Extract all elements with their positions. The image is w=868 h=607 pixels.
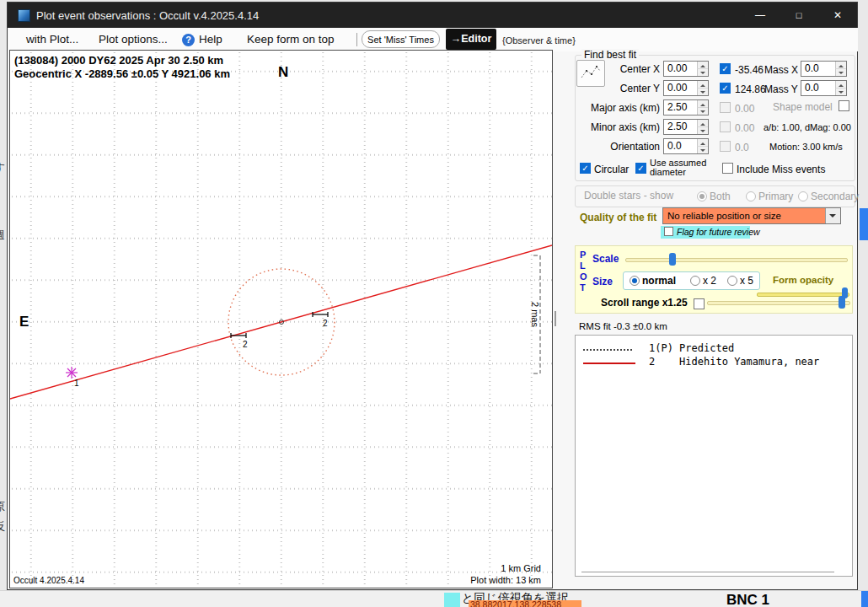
predicted-line-sample	[583, 349, 632, 351]
chord-a-label: 2	[243, 340, 248, 349]
mass-y-value[interactable]: 0.0	[801, 81, 835, 95]
scroll-range-label: Scroll range x1.25	[601, 297, 688, 309]
legend-row-predicted[interactable]: 1(P) Predicted	[649, 342, 734, 354]
mass-x-value[interactable]: 0.0	[801, 62, 835, 76]
center-x-fitted-value: -35.46	[735, 64, 764, 76]
menu-help[interactable]: Help	[199, 33, 222, 46]
orientation-spin-buttons[interactable]	[697, 139, 708, 153]
shape-model-checkbox[interactable]	[839, 100, 849, 111]
major-axis-spinner[interactable]: 2.50	[663, 99, 709, 115]
double-stars-both-label: Both	[710, 191, 731, 202]
size-x2-radio[interactable]	[690, 276, 700, 286]
mass-x-spin-buttons[interactable]	[835, 62, 846, 76]
plot-letter-p: P	[580, 250, 586, 260]
background-bnc-label: BNC 1	[726, 592, 769, 607]
minor-axis-value[interactable]: 2.50	[664, 120, 697, 134]
mass-y-spin-buttons[interactable]	[835, 81, 846, 95]
center-y-spin-buttons[interactable]	[697, 81, 708, 95]
scroll-range-checkbox[interactable]	[694, 298, 705, 309]
background-coordinates-cell: 38.882017,138.228538	[469, 600, 581, 607]
major-axis-label: Major axis (km)	[582, 102, 660, 114]
legend-row-observer[interactable]: 2 Hidehito Yamamura, near	[649, 356, 819, 368]
double-stars-primary-label: Primary	[758, 191, 793, 202]
center-x-label: Center X	[609, 63, 660, 75]
best-fit-chart-button[interactable]	[576, 60, 605, 87]
double-stars-secondary-label: Secondary	[811, 191, 859, 202]
minor-axis-spinner[interactable]: 2.50	[663, 119, 709, 135]
observation-legend-list[interactable]: 1(P) Predicted 2 Hidehito Yamamura, near	[575, 335, 853, 577]
major-axis-fit-checkbox	[720, 102, 731, 113]
set-miss-times-button[interactable]: Set 'Miss' Times	[362, 30, 440, 48]
size-x5-radio[interactable]	[727, 276, 737, 286]
double-stars-both-radio	[697, 191, 707, 201]
center-y-fitted-value: 124.86	[735, 83, 766, 95]
mass-x-spinner[interactable]: 0.0	[801, 61, 847, 77]
circular-checkbox[interactable]	[580, 163, 591, 174]
minor-axis-fitted-value: 0.00	[735, 122, 754, 134]
flag-review-checkbox[interactable]	[664, 227, 673, 236]
occult-plot-window: Plot event observations : Occult v.4.202…	[7, 2, 858, 590]
menu-with-plot[interactable]: with Plot...	[26, 33, 78, 46]
plot-graphics: 2 2 1 2 m	[10, 51, 552, 588]
menu-keep-on-top[interactable]: Keep form on top	[247, 33, 335, 46]
title-bar[interactable]: Plot event observations : Occult v.4.202…	[8, 3, 857, 28]
screen: す 週 原 反 と同じ倍視角を選択 38.882017,138.228538 B…	[0, 0, 868, 607]
mas-scale-label: 2 mas	[530, 302, 540, 327]
chord-b-label: 2	[323, 319, 328, 328]
scale-slider-track[interactable]	[625, 258, 848, 262]
find-best-fit-label: Find best fit	[581, 49, 639, 61]
background-cyan-highlight	[444, 593, 460, 607]
circular-label: Circular	[594, 164, 629, 175]
scroll-range-slider[interactable]	[707, 296, 850, 309]
station-asterisk-marker[interactable]	[66, 367, 78, 379]
center-x-spinner[interactable]: 0.00	[663, 61, 709, 77]
plot-canvas[interactable]: (138084) 2000 DY62 2025 Apr 30 2.50 km G…	[9, 50, 553, 588]
scale-slider[interactable]	[625, 253, 848, 266]
center-y-value[interactable]: 0.00	[664, 81, 697, 95]
major-axis-spin-buttons[interactable]	[697, 100, 708, 115]
background-text-fragment: 週	[0, 228, 5, 243]
quality-of-fit-dropdown[interactable]: No reliable position or size	[662, 207, 841, 224]
scroll-range-slider-track[interactable]	[707, 301, 850, 305]
center-y-spinner[interactable]: 0.00	[663, 80, 709, 96]
resize-divider[interactable]	[555, 311, 556, 326]
include-miss-events-checkbox[interactable]	[722, 163, 733, 174]
flag-review-label: Flag for future review	[677, 227, 760, 237]
size-x2-label: x 2	[703, 275, 716, 287]
orientation-value[interactable]: 0.0	[664, 139, 697, 153]
background-blue-fragment	[860, 208, 868, 240]
chevron-down-icon[interactable]	[825, 208, 840, 223]
ab-dmag-label: a/b: 1.00, dMag: 0.00	[764, 122, 851, 132]
center-y-fit-checkbox[interactable]	[720, 83, 731, 94]
scroll-range-slider-thumb[interactable]	[839, 296, 845, 309]
major-axis-value[interactable]: 2.50	[664, 100, 697, 115]
center-x-spin-buttons[interactable]	[697, 62, 708, 76]
mass-y-label: Mass Y	[764, 83, 798, 95]
minimize-button[interactable]: —	[741, 3, 780, 28]
quality-of-fit-label: Quality of the fit	[580, 212, 656, 223]
size-x5-label: x 5	[740, 275, 753, 287]
help-icon[interactable]: ?	[182, 34, 195, 46]
orientation-spinner[interactable]: 0.0	[663, 138, 709, 154]
maximize-button[interactable]: □	[780, 3, 818, 28]
size-normal-radio[interactable]	[630, 276, 640, 286]
scale-slider-thumb[interactable]	[669, 253, 676, 266]
scale-label: Scale	[592, 253, 619, 265]
center-x-value[interactable]: 0.00	[664, 62, 697, 76]
rms-fit-label: RMS fit -0.3 ±0.0 km	[579, 321, 667, 331]
close-button[interactable]: ✕	[818, 3, 857, 28]
grid-size-label: 1 km Grid	[465, 563, 541, 573]
menu-plot-options[interactable]: Plot options...	[99, 33, 168, 46]
use-assumed-diameter-checkbox[interactable]	[635, 163, 646, 174]
mass-y-spinner[interactable]: 0.0	[801, 80, 847, 96]
center-x-fit-checkbox[interactable]	[720, 63, 731, 74]
background-blue-fragment	[861, 591, 868, 607]
plot-letter-t: T	[580, 282, 586, 293]
background-text-fragment: 原	[0, 499, 5, 514]
editor-button[interactable]: →Editor	[446, 29, 496, 50]
orientation-fitted-value: 0.0	[735, 142, 749, 153]
minor-axis-spin-buttons[interactable]	[697, 120, 708, 134]
background-coordinates-text: 38.882017,138.228538	[470, 600, 561, 607]
plot-version-label: Occult 4.2025.4.14	[13, 576, 84, 585]
orientation-label: Orientation	[582, 141, 660, 153]
